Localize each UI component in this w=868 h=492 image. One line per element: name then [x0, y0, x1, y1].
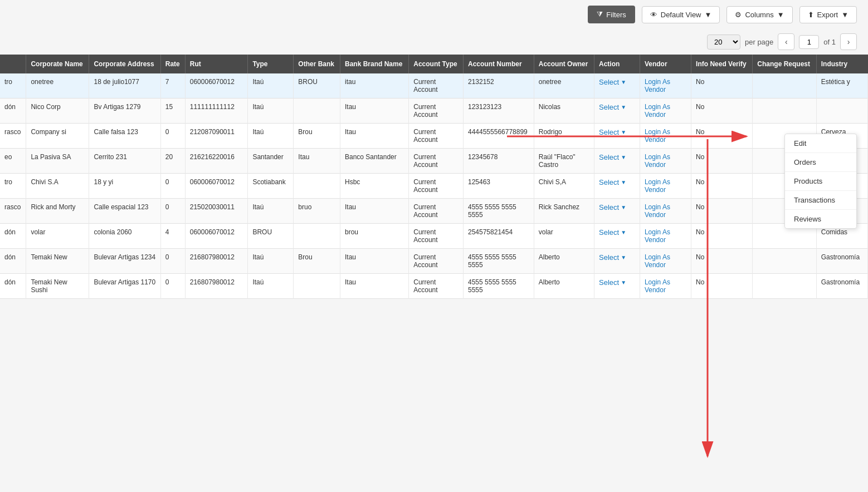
- prev-page-button[interactable]: ‹: [778, 33, 794, 50]
- cell-owner: Raúl "Flaco" Castro: [534, 149, 594, 174]
- login-as-vendor-link[interactable]: Login As Vendor: [645, 253, 670, 269]
- select-button[interactable]: Select ▼: [599, 228, 626, 237]
- select-button[interactable]: Select ▼: [599, 78, 626, 86]
- cell-info: No: [691, 149, 753, 174]
- col-corporate-name: Corporate Name: [26, 55, 89, 73]
- cell-acct-type: Current Account: [409, 73, 464, 99]
- cell-corp-addr: Calle espacial 123: [89, 199, 160, 224]
- dropdown-menu-item[interactable]: Edit: [785, 134, 856, 153]
- table-row: dónTemaki NewBulevar Artigas 12340216807…: [0, 249, 868, 274]
- cell-type: BROU: [248, 224, 294, 249]
- action-dropdown-menu: EditOrdersProductsTransactionsReviews: [784, 134, 857, 229]
- login-as-vendor-link[interactable]: Login As Vendor: [645, 128, 670, 144]
- cell-e: rasco: [0, 199, 26, 224]
- select-button[interactable]: Select ▼: [599, 103, 626, 111]
- cell-brand: Itau: [340, 199, 408, 224]
- cell-rut: 215020030011: [185, 199, 248, 224]
- cell-acct-num: 2132152: [464, 73, 534, 99]
- select-button[interactable]: Select ▼: [599, 278, 626, 287]
- cell-rate: 7: [160, 73, 185, 99]
- cell-brand: Itau: [340, 124, 408, 149]
- cell-vendor: Login As Vendor: [640, 224, 691, 249]
- page-input[interactable]: [799, 35, 819, 49]
- login-as-vendor-link[interactable]: Login As Vendor: [645, 228, 670, 244]
- cell-corp-addr: Bv Artigas 1279: [89, 99, 160, 124]
- cell-info: No: [691, 199, 753, 224]
- cell-vendor: Login As Vendor: [640, 199, 691, 224]
- cell-rut: 060006070012: [185, 174, 248, 199]
- dropdown-menu-item[interactable]: Orders: [785, 153, 856, 172]
- login-as-vendor-link[interactable]: Login As Vendor: [645, 203, 670, 219]
- cell-acct-num: 123123123: [464, 99, 534, 124]
- per-page-select[interactable]: 20 50 100: [707, 35, 740, 50]
- cell-other: [294, 99, 340, 124]
- cell-acct-type: Current Account: [409, 249, 464, 274]
- cell-corp-addr: 18 y yi: [89, 174, 160, 199]
- cell-rate: 15: [160, 99, 185, 124]
- cell-type: Itaú: [248, 274, 294, 299]
- columns-button[interactable]: ⚙ Columns ▼: [726, 6, 792, 23]
- cell-acct-type: Current Account: [409, 99, 464, 124]
- columns-label: Columns: [745, 11, 773, 19]
- eye-icon: 👁: [650, 11, 657, 19]
- cell-other: bruo: [294, 199, 340, 224]
- col-vendor: Vendor: [640, 55, 691, 73]
- cell-industry: Gastronomía: [816, 249, 867, 274]
- select-button[interactable]: Select ▼: [599, 153, 626, 161]
- cell-rut: 212087090011: [185, 124, 248, 149]
- login-as-vendor-link[interactable]: Login As Vendor: [645, 78, 670, 94]
- cell-acct-num: 4555 5555 5555 5555: [464, 199, 534, 224]
- login-as-vendor-link[interactable]: Login As Vendor: [645, 278, 670, 294]
- col-account-number: Account Number: [464, 55, 534, 73]
- cell-rate: 0: [160, 174, 185, 199]
- dropdown-menu-item[interactable]: Products: [785, 172, 856, 191]
- chevron-down-icon: ▼: [777, 11, 784, 19]
- select-button[interactable]: Select ▼: [599, 203, 626, 211]
- select-button[interactable]: Select ▼: [599, 128, 626, 136]
- cell-acct-type: Current Account: [409, 224, 464, 249]
- login-as-vendor-link[interactable]: Login As Vendor: [645, 103, 670, 119]
- select-button[interactable]: Select ▼: [599, 253, 626, 262]
- cell-info: No: [691, 124, 753, 149]
- col-account-type: Account Type: [409, 55, 464, 73]
- cell-rut: 216807980012: [185, 274, 248, 299]
- cell-rate: 0: [160, 124, 185, 149]
- cell-corp-addr: Cerrito 231: [89, 149, 160, 174]
- cell-vendor: Login As Vendor: [640, 174, 691, 199]
- cell-e: dón: [0, 249, 26, 274]
- login-as-vendor-link[interactable]: Login As Vendor: [645, 153, 670, 169]
- cell-e: dón: [0, 224, 26, 249]
- cell-e: eo: [0, 149, 26, 174]
- select-button[interactable]: Select ▼: [599, 178, 626, 186]
- cell-other: [294, 224, 340, 249]
- table-row: rascoCompany siCalle falsa 1230212087090…: [0, 124, 868, 149]
- cell-rate: 20: [160, 149, 185, 174]
- cell-change: [753, 73, 816, 99]
- cell-industry: Estética y: [816, 73, 867, 99]
- dropdown-menu-item[interactable]: Transactions: [785, 191, 856, 210]
- filters-button[interactable]: ⧩ Filters: [588, 6, 635, 23]
- cell-rut: 060006070012: [185, 73, 248, 99]
- table-container: Corporate Name Corporate Address Rate Ru…: [0, 55, 868, 299]
- table-body: troonetree18 de julio10777060006070012It…: [0, 73, 868, 299]
- cell-type: Itaú: [248, 249, 294, 274]
- cell-action: Select ▼: [594, 249, 640, 274]
- view-button[interactable]: 👁 Default View ▼: [642, 6, 720, 23]
- cell-info: No: [691, 274, 753, 299]
- next-page-button[interactable]: ›: [840, 33, 857, 50]
- table-row: dónvolarcolonia 20604060006070012BROUbro…: [0, 224, 868, 249]
- col-info-need-verify: Info Need Verify: [691, 55, 753, 73]
- export-icon: ⬆: [808, 11, 814, 19]
- main-table: Corporate Name Corporate Address Rate Ru…: [0, 55, 868, 299]
- table-row: eoLa Pasiva SACerrito 23120216216220016S…: [0, 149, 868, 174]
- cell-type: Itaú: [248, 199, 294, 224]
- login-as-vendor-link[interactable]: Login As Vendor: [645, 178, 670, 194]
- cell-other: BROU: [294, 73, 340, 99]
- dropdown-menu-item[interactable]: Reviews: [785, 210, 856, 228]
- cell-e: dón: [0, 99, 26, 124]
- cell-action: Select ▼: [594, 149, 640, 174]
- filter-icon: ⧩: [597, 10, 603, 19]
- view-label: Default View: [661, 11, 701, 19]
- cell-e: dón: [0, 274, 26, 299]
- export-button[interactable]: ⬆ Export ▼: [799, 6, 857, 23]
